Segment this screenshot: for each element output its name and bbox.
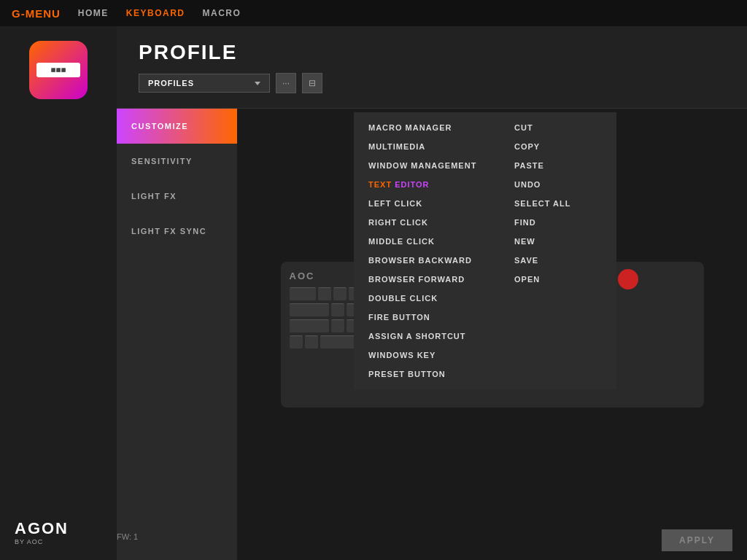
ctx-text-label: TEXT xyxy=(368,180,395,189)
ctx-undo[interactable]: UNDO xyxy=(500,175,616,194)
context-menu: MACRO MANAGER MULTIMEDIA WINDOW MANAGEME… xyxy=(354,112,616,389)
app-icon: ⬛⬛⬛ xyxy=(29,41,88,99)
ctx-find[interactable]: FIND xyxy=(500,213,616,232)
ctx-fire-button[interactable]: FIRE BUTTON xyxy=(354,308,500,327)
apply-button[interactable]: APPLY xyxy=(662,529,732,551)
ctx-browser-backward[interactable]: BROWSER BACKWARD xyxy=(354,251,500,270)
apply-bar: APPLY xyxy=(237,521,747,560)
ctx-copy[interactable]: COPY xyxy=(500,137,616,156)
sub-nav: CUSTOMIZE SENSITIVITY LIGHT FX LIGHT FX … xyxy=(117,109,237,560)
sub-nav-sensitivity[interactable]: SENSITIVITY xyxy=(117,144,237,179)
ctx-browser-forward[interactable]: BROWSER FORWARD xyxy=(354,270,500,289)
sub-nav-light-fx[interactable]: LIGHT FX xyxy=(117,179,237,214)
kb-key xyxy=(305,335,318,349)
kb-key xyxy=(331,303,344,316)
duplicate-button[interactable]: ⊟ xyxy=(302,73,322,93)
nav-home[interactable]: HOME xyxy=(78,8,109,18)
keyboard-area: AOC xyxy=(237,109,747,560)
ctx-paste[interactable]: PASTE xyxy=(500,156,616,175)
ctx-open[interactable]: OPEN xyxy=(500,270,616,289)
context-menu-left-col: MACRO MANAGER MULTIMEDIA WINDOW MANAGEME… xyxy=(354,112,500,389)
nav-macro[interactable]: MACRO xyxy=(203,8,241,18)
more-options-button[interactable]: ··· xyxy=(276,73,296,93)
kb-key xyxy=(290,303,329,316)
ctx-new[interactable]: NEW xyxy=(500,232,616,251)
profiles-dropdown-label: PROFILES xyxy=(148,79,194,88)
profile-controls: PROFILES ··· ⊟ xyxy=(139,73,725,93)
kb-key xyxy=(333,287,347,300)
ctx-preset-button[interactable]: PRESET BUTTON xyxy=(354,365,500,384)
ctx-window-management[interactable]: WINDOW MANAGEMENT xyxy=(354,156,500,175)
kb-key xyxy=(290,319,329,332)
agon-branding: AGON BY AOC xyxy=(15,519,69,545)
ctx-windows-key[interactable]: WINDOWS KEY xyxy=(354,346,500,365)
ctx-assign-shortcut[interactable]: ASSIGN A SHORTCUT xyxy=(354,327,500,346)
agon-sub-text: BY AOC xyxy=(15,538,69,545)
ctx-select-all[interactable]: SELECT ALL xyxy=(500,194,616,213)
agon-logo-text: AGON xyxy=(15,519,69,538)
ctx-editor-label: EDITOR xyxy=(395,180,429,189)
ctx-cut[interactable]: CUT xyxy=(500,118,616,137)
kb-key xyxy=(331,319,344,332)
nav-brand[interactable]: G-MENU xyxy=(12,7,61,20)
ctx-right-click[interactable]: RIGHT CLICK xyxy=(354,213,500,232)
ctx-save[interactable]: SAVE xyxy=(500,251,616,270)
profiles-dropdown[interactable]: PROFILES xyxy=(139,74,270,93)
content-area: PROFILE PROFILES ··· ⊟ CUSTOMIZE SENSITI… xyxy=(117,26,747,560)
dropdown-arrow-icon xyxy=(255,82,260,85)
ctx-double-click[interactable]: DOUBLE CLICK xyxy=(354,289,500,308)
profile-header: PROFILE PROFILES ··· ⊟ xyxy=(117,26,747,109)
ctx-multimedia[interactable]: MULTIMEDIA xyxy=(354,137,500,156)
main-layout: ⬛⬛⬛ AGON BY AOC PROFILE PROFILES ··· ⊟ xyxy=(0,26,747,560)
kb-key xyxy=(290,287,316,300)
firmware-label: FW: 1 xyxy=(117,532,138,541)
top-nav: G-MENU HOME KEYBOARD MACRO xyxy=(0,0,747,26)
nav-keyboard[interactable]: KEYBOARD xyxy=(126,8,185,18)
ctx-macro-manager[interactable]: MACRO MANAGER xyxy=(354,118,500,137)
ctx-text-editor[interactable]: TEXT EDITOR xyxy=(354,175,500,194)
kb-key xyxy=(318,287,331,300)
app-icon-inner: ⬛⬛⬛ xyxy=(36,63,80,77)
profile-title: PROFILE xyxy=(139,41,725,64)
context-menu-right-col: CUT COPY PASTE UNDO SELECT ALL FIND NEW … xyxy=(500,112,616,389)
sub-nav-customize[interactable]: CUSTOMIZE xyxy=(117,109,237,144)
ctx-left-click[interactable]: LEFT CLICK xyxy=(354,194,500,213)
left-sidebar: ⬛⬛⬛ AGON BY AOC xyxy=(0,26,117,560)
kb-key xyxy=(290,335,303,349)
recording-indicator xyxy=(618,269,638,289)
ctx-middle-click[interactable]: MIDDLE CLICK xyxy=(354,232,500,251)
sub-nav-light-fx-sync[interactable]: LIGHT FX SYNC xyxy=(117,214,237,249)
